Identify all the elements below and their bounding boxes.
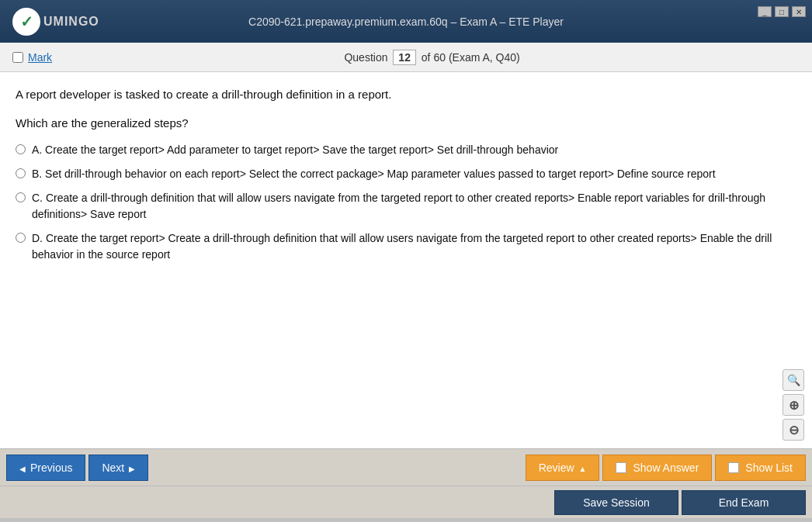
end-exam-button[interactable]: End Exam bbox=[682, 490, 806, 515]
radio-c[interactable] bbox=[16, 192, 26, 202]
question-info: Question 12 of 60 (Exam A, Q40) bbox=[344, 50, 519, 65]
question-header: Mark Question 12 of 60 (Exam A, Q40) bbox=[0, 43, 812, 72]
option-c-label: C. Create a drill-through definition tha… bbox=[32, 190, 796, 223]
title-bar: ✓ UMINGO C2090-621.prepaway.premium.exam… bbox=[0, 0, 812, 43]
end-exam-label: End Exam bbox=[719, 496, 769, 509]
question-of: of bbox=[422, 51, 434, 64]
show-answer-label: Show Answer bbox=[633, 462, 699, 474]
previous-button[interactable]: Previous bbox=[6, 455, 85, 481]
option-b[interactable]: B. Set drill-through behavior on each re… bbox=[16, 166, 796, 182]
question-label: Question bbox=[344, 51, 387, 64]
next-label: Next bbox=[102, 462, 124, 474]
save-session-label: Save Session bbox=[583, 496, 650, 509]
bottom-nav-bar: Previous Next Review Show Answer Show Li… bbox=[0, 448, 812, 486]
review-button[interactable]: Review bbox=[526, 455, 600, 481]
mark-checkbox[interactable] bbox=[12, 52, 23, 63]
option-a[interactable]: A. Create the target report> Add paramet… bbox=[16, 142, 796, 158]
option-c[interactable]: C. Create a drill-through definition tha… bbox=[16, 190, 796, 223]
zoom-out-icon[interactable]: ⊖ bbox=[783, 419, 804, 441]
mark-section: Mark bbox=[12, 51, 52, 64]
radio-b[interactable] bbox=[16, 168, 26, 178]
bottom-action-bar: Save Session End Exam bbox=[0, 486, 812, 518]
next-button[interactable]: Next bbox=[88, 455, 148, 481]
options-list: A. Create the target report> Add paramet… bbox=[16, 142, 796, 263]
logo-icon: ✓ bbox=[12, 8, 40, 36]
logo-text: UMINGO bbox=[43, 15, 99, 29]
show-answer-button[interactable]: Show Answer bbox=[602, 455, 712, 481]
show-answer-checkbox-icon bbox=[616, 462, 626, 473]
option-d[interactable]: D. Create the target report> Create a dr… bbox=[16, 230, 796, 263]
question-text: A report developer is tasked to create a… bbox=[16, 86, 796, 104]
radio-a[interactable] bbox=[16, 144, 26, 154]
minimize-button[interactable]: _ bbox=[758, 6, 772, 17]
option-d-label: D. Create the target report> Create a dr… bbox=[32, 230, 796, 263]
window-title: C2090-621.prepaway.premium.exam.60q – Ex… bbox=[248, 16, 564, 28]
save-session-button[interactable]: Save Session bbox=[554, 490, 678, 515]
show-list-label: Show List bbox=[745, 462, 793, 474]
main-content: A report developer is tasked to create a… bbox=[0, 72, 812, 448]
mark-link[interactable]: Mark bbox=[28, 51, 52, 64]
question-exam-info: (Exam A, Q40) bbox=[449, 51, 520, 64]
option-b-label: B. Set drill-through behavior on each re… bbox=[32, 166, 716, 182]
maximize-button[interactable]: □ bbox=[775, 6, 789, 17]
zoom-controls: 🔍 ⊕ ⊖ bbox=[783, 369, 804, 441]
question-sub-text: Which are the generalized steps? bbox=[16, 116, 796, 130]
window-controls: _ □ ✕ bbox=[758, 6, 806, 17]
question-total: 60 bbox=[433, 51, 446, 64]
question-number: 12 bbox=[393, 50, 416, 65]
radio-d[interactable] bbox=[16, 233, 26, 243]
previous-label: Previous bbox=[30, 462, 72, 474]
review-arrow-icon bbox=[579, 462, 587, 474]
show-list-button[interactable]: Show List bbox=[715, 455, 806, 481]
review-label: Review bbox=[539, 462, 574, 474]
zoom-in-icon[interactable]: ⊕ bbox=[783, 394, 804, 416]
next-arrow-icon bbox=[129, 462, 135, 474]
close-button[interactable]: ✕ bbox=[792, 6, 806, 17]
option-a-label: A. Create the target report> Add paramet… bbox=[32, 142, 558, 158]
logo-checkmark: ✓ bbox=[20, 12, 33, 31]
previous-arrow-icon bbox=[19, 462, 26, 474]
logo: ✓ UMINGO bbox=[12, 8, 99, 36]
show-list-checkbox-icon bbox=[728, 462, 739, 473]
search-icon[interactable]: 🔍 bbox=[783, 369, 804, 391]
